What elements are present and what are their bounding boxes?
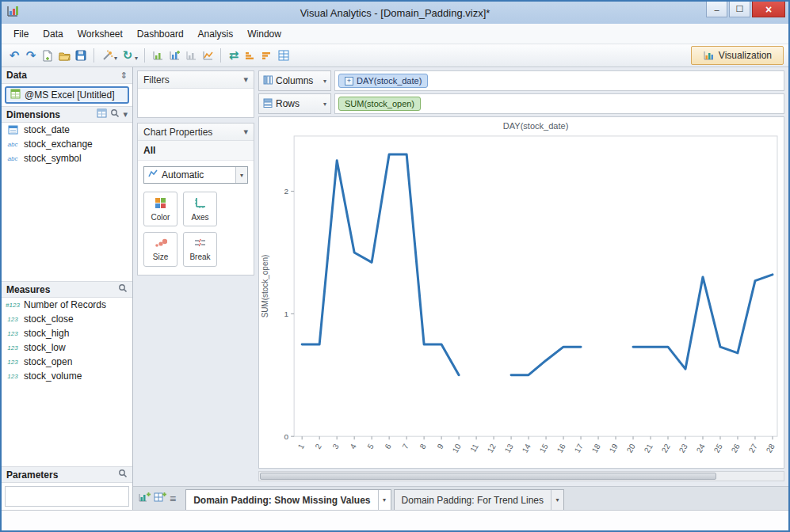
mark-type-select[interactable]: Automatic ▾ xyxy=(143,166,248,184)
sheet-tab-1[interactable]: Domain Padding: Show Missing Values▾ xyxy=(185,489,391,510)
columns-caret-icon[interactable]: ▾ xyxy=(323,78,326,85)
data-source-label: @MS Excel [Untitled] xyxy=(25,89,115,101)
svg-text:21: 21 xyxy=(643,442,655,454)
visualization-button[interactable]: Visualization xyxy=(691,46,784,65)
sheet-tab-bar: ≡ Domain Padding: Show Missing Values▾Do… xyxy=(133,486,788,510)
sheet-tabs: Domain Padding: Show Missing Values▾Doma… xyxy=(185,489,564,510)
rows-pill[interactable]: SUM(stock_open) xyxy=(338,97,421,111)
refresh-icon[interactable]: ↻ xyxy=(120,47,135,64)
toolbar-separator xyxy=(220,48,221,63)
svg-text:23: 23 xyxy=(677,442,689,454)
rows-label: Rows xyxy=(276,98,300,109)
measures-header-label: Measures xyxy=(6,284,50,295)
color-button[interactable]: Color xyxy=(143,192,177,226)
minimize-button[interactable]: – xyxy=(706,2,727,17)
tab-menu-caret-icon[interactable]: ▾ xyxy=(378,490,391,510)
rows-shelf-button[interactable]: Rows ▾ xyxy=(258,93,331,114)
svg-text:25: 25 xyxy=(712,442,724,454)
redo-icon[interactable]: ↷ xyxy=(23,47,39,64)
scrollbar-thumb[interactable] xyxy=(260,473,716,480)
maximize-button[interactable]: ☐ xyxy=(729,2,750,17)
menu-analysis[interactable]: Analysis xyxy=(191,25,241,43)
data-source-item[interactable]: @MS Excel [Untitled] xyxy=(5,86,129,104)
svg-text:2: 2 xyxy=(284,187,289,196)
swap-axes-icon[interactable]: ⇄ xyxy=(226,47,242,64)
save-icon[interactable] xyxy=(73,47,89,64)
break-icon xyxy=(194,238,206,250)
columns-shelf-button[interactable]: Columns ▾ xyxy=(258,70,331,91)
undo-icon[interactable]: ↶ xyxy=(6,47,22,64)
rows-shelf[interactable]: SUM(stock_open) xyxy=(334,93,784,114)
sheet-list-icon[interactable]: ≡ xyxy=(170,492,176,505)
columns-shelf[interactable]: + DAY(stock_date) xyxy=(334,70,784,91)
sort-descending-icon[interactable] xyxy=(259,47,275,64)
toolbar: ↶ ↷ ▾ ↻ ▾ ⇄ xyxy=(2,44,788,67)
break-button[interactable]: Break xyxy=(183,232,217,267)
refresh-caret-icon[interactable]: ▾ xyxy=(135,55,138,62)
data-sort-icon[interactable]: ⇕ xyxy=(120,70,128,81)
dimension-stock_symbol[interactable]: abcstock_symbol xyxy=(2,151,132,165)
new-chart-icon[interactable] xyxy=(150,47,166,64)
chart-properties-box: Chart Properties ▾ All Automatic ▾ xyxy=(137,123,254,276)
clear-chart-icon[interactable] xyxy=(183,47,199,64)
measure-stock_close[interactable]: 123stock_close xyxy=(2,312,132,326)
sheet-tab-2[interactable]: Domain Padding: For Trend Lines▾ xyxy=(394,489,564,510)
expand-hierarchy-icon[interactable]: + xyxy=(345,77,353,86)
measure-stock_open[interactable]: 123stock_open xyxy=(2,355,132,369)
tab-menu-caret-icon[interactable]: ▾ xyxy=(551,490,563,510)
filters-caret-icon[interactable]: ▾ xyxy=(243,74,248,85)
svg-text:16: 16 xyxy=(555,442,567,454)
axes-label: Axes xyxy=(191,213,208,222)
new-dashboard-icon[interactable] xyxy=(154,492,166,506)
search-icon[interactable] xyxy=(118,469,128,481)
chart-properties-caret-icon[interactable]: ▾ xyxy=(243,127,248,137)
search-icon[interactable] xyxy=(110,108,120,120)
dimensions-menu-caret-icon[interactable]: ▾ xyxy=(123,109,128,120)
new-document-icon[interactable] xyxy=(40,47,55,64)
measure-number_of_records[interactable]: #123Number of Records xyxy=(2,298,132,312)
mark-type-caret-icon[interactable]: ▾ xyxy=(235,167,247,183)
close-button[interactable]: × xyxy=(752,2,785,17)
rows-caret-icon[interactable]: ▾ xyxy=(323,101,326,108)
rows-shelf-row: Rows ▾ SUM(stock_open) xyxy=(258,93,784,114)
toolbar-separator xyxy=(94,48,94,63)
abc-field-icon: abc xyxy=(5,141,21,148)
measure-stock_low[interactable]: 123stock_low xyxy=(2,340,132,355)
measure-stock_high[interactable]: 123stock_high xyxy=(2,326,132,340)
view-data-table-icon[interactable] xyxy=(97,108,107,120)
field-label: stock_high xyxy=(24,328,69,339)
search-icon[interactable] xyxy=(118,283,128,295)
menu-dashboard[interactable]: Dashboard xyxy=(130,25,191,43)
dimension-stock_exchange[interactable]: abcstock_exchange xyxy=(2,137,132,151)
line-chart[interactable]: DAY(stock_date)SUM(stock_open)0121234567… xyxy=(259,117,784,468)
svg-text:10: 10 xyxy=(451,442,463,454)
filters-shelf[interactable] xyxy=(138,89,254,117)
new-worksheet-icon[interactable] xyxy=(138,492,151,506)
status-bar xyxy=(2,510,788,530)
columns-pill[interactable]: + DAY(stock_date) xyxy=(338,74,428,88)
axes-button[interactable]: Axes xyxy=(183,192,217,226)
dimension-stock_date[interactable]: stock_date xyxy=(2,123,132,137)
magic-wand-icon[interactable] xyxy=(99,47,115,64)
sort-ascending-icon[interactable] xyxy=(242,47,258,64)
horizontal-scrollbar[interactable] xyxy=(258,471,784,481)
svg-text:27: 27 xyxy=(747,442,759,454)
app-window: Visual Analytics - [Domain_Padding.vizx]… xyxy=(0,0,790,532)
window-controls: – ☐ × xyxy=(704,2,788,24)
main-area: Columns ▾ + DAY(stock_date) xyxy=(258,67,788,486)
chart-type-icon[interactable] xyxy=(200,47,216,64)
rows-pill-label: SUM(stock_open) xyxy=(345,99,414,108)
menu-file[interactable]: File xyxy=(6,25,36,43)
size-button[interactable]: Size xyxy=(143,232,177,267)
chart-canvas[interactable]: DAY(stock_date)SUM(stock_open)0121234567… xyxy=(258,116,784,469)
menu-data[interactable]: Data xyxy=(36,25,70,43)
open-file-icon[interactable] xyxy=(56,47,72,64)
menu-window[interactable]: Window xyxy=(240,25,288,43)
data-sidebar: Data ⇕ @MS Excel [Untitled] Dimensions xyxy=(2,67,133,510)
magic-wand-caret-icon[interactable]: ▾ xyxy=(114,55,117,62)
duplicate-chart-icon[interactable] xyxy=(166,47,182,64)
highlight-table-icon[interactable] xyxy=(276,47,292,64)
measure-stock_volume[interactable]: 123stock_volume xyxy=(2,369,132,383)
menu-worksheet[interactable]: Worksheet xyxy=(71,25,130,43)
window-title: Visual Analytics - [Domain_Padding.vizx]… xyxy=(2,7,788,19)
